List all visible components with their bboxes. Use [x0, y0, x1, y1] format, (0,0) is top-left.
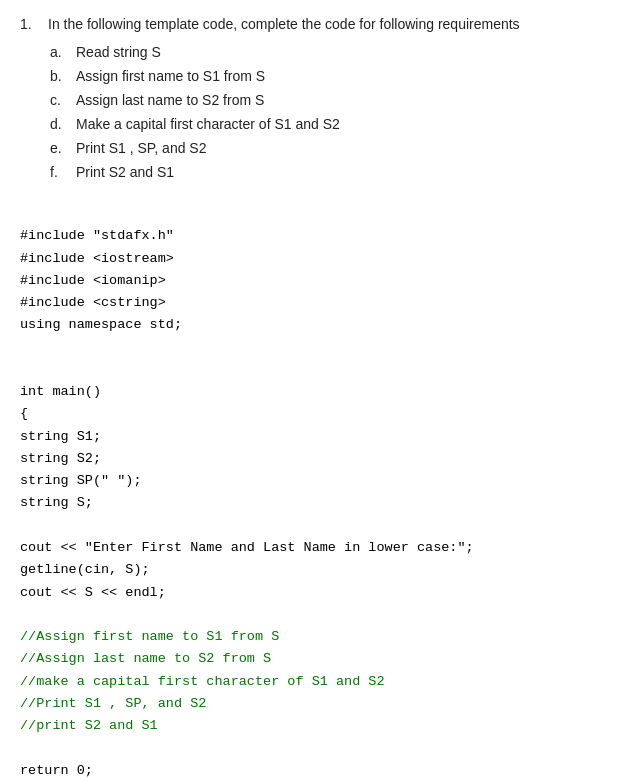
- list-item: e. Print S1 , SP, and S2: [50, 138, 615, 159]
- code-return: return 0; }: [20, 763, 93, 778]
- sub-item-label-d: d.: [50, 114, 68, 135]
- sub-item-text-f: Print S2 and S1: [76, 162, 174, 183]
- code-main-header: int main() { string S1; string S2; strin…: [20, 384, 474, 599]
- list-item: b. Assign first name to S1 from S: [50, 66, 615, 87]
- sub-item-text-d: Make a capital first character of S1 and…: [76, 114, 340, 135]
- list-item: a. Read string S: [50, 42, 615, 63]
- list-item: d. Make a capital first character of S1 …: [50, 114, 615, 135]
- sub-items-list: a. Read string S b. Assign first name to…: [50, 42, 615, 183]
- code-block: #include "stdafx.h" #include <iostream> …: [20, 203, 615, 778]
- sub-item-text-e: Print S1 , SP, and S2: [76, 138, 207, 159]
- sub-item-label-c: c.: [50, 90, 68, 111]
- sub-item-text-a: Read string S: [76, 42, 161, 63]
- sub-item-text-b: Assign first name to S1 from S: [76, 66, 265, 87]
- sub-item-text-c: Assign last name to S2 from S: [76, 90, 264, 111]
- code-includes: #include "stdafx.h" #include <iostream> …: [20, 228, 182, 332]
- sub-item-label-f: f.: [50, 162, 68, 183]
- question-text: In the following template code, complete…: [48, 16, 520, 32]
- sub-item-label-e: e.: [50, 138, 68, 159]
- list-item: f. Print S2 and S1: [50, 162, 615, 183]
- question-number-label: 1.: [20, 16, 40, 32]
- question-number: 1. In the following template code, compl…: [20, 16, 615, 32]
- sub-item-label-b: b.: [50, 66, 68, 87]
- sub-item-label-a: a.: [50, 42, 68, 63]
- question-section: 1. In the following template code, compl…: [20, 16, 615, 183]
- list-item: c. Assign last name to S2 from S: [50, 90, 615, 111]
- code-comments: //Assign first name to S1 from S //Assig…: [20, 629, 385, 733]
